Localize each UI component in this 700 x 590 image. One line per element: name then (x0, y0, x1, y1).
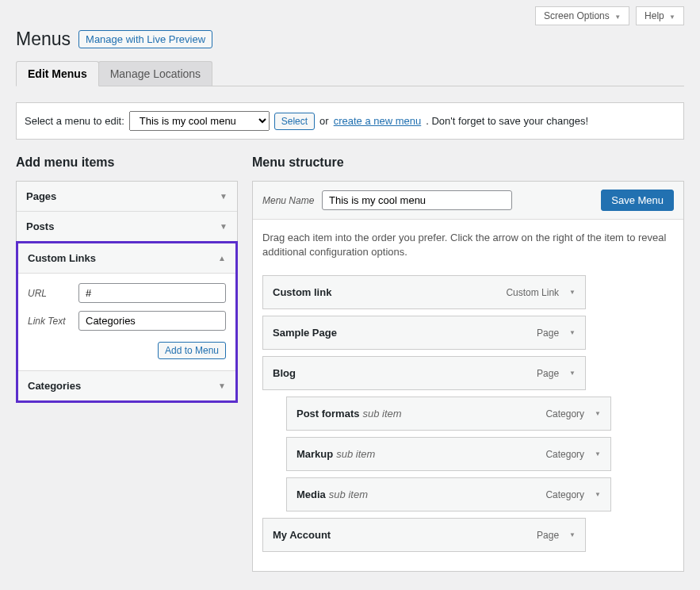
custom-links-body: URL Link Text Add to Menu (18, 274, 235, 370)
chevron-down-icon: ▼ (220, 192, 228, 201)
sub-item-tag: sub item (329, 488, 368, 500)
chevron-down-icon[interactable]: ▼ (569, 329, 576, 336)
chevron-down-icon: ▼ (669, 13, 675, 21)
instructions: Drag each item into the order you prefer… (253, 220, 683, 275)
menu-item-type: Custom Link (506, 287, 559, 298)
accordion-categories[interactable]: Categories ▼ (18, 370, 235, 400)
menu-item-type: Category (545, 449, 584, 460)
chevron-down-icon[interactable]: ▼ (595, 450, 601, 458)
menu-item-type: Category (545, 489, 584, 500)
screen-options-button[interactable]: Screen Options ▼ (535, 6, 629, 25)
accordion-pages[interactable]: Pages ▼ (17, 182, 237, 212)
chevron-down-icon[interactable]: ▼ (595, 491, 601, 498)
menu-item-label: Mediasub item (296, 488, 368, 500)
chevron-down-icon[interactable]: ▼ (569, 531, 576, 538)
menu-item[interactable]: Post formatssub itemCategory▼ (286, 397, 611, 431)
chevron-down-icon[interactable]: ▼ (569, 289, 576, 296)
help-button[interactable]: Help ▼ (636, 6, 684, 25)
menu-item-type: Page (537, 328, 559, 339)
link-text-input[interactable] (78, 311, 226, 331)
sub-item-tag: sub item (336, 448, 375, 460)
accordion-top: Pages ▼ Posts ▼ (16, 181, 238, 242)
create-menu-link[interactable]: create a new menu (334, 115, 422, 127)
chevron-down-icon: ▼ (218, 381, 226, 390)
chevron-down-icon: ▼ (614, 13, 621, 21)
menu-item-type: Category (545, 408, 584, 420)
accordion-custom-links[interactable]: Custom Links ▲ (18, 243, 235, 274)
menu-item-label: Markupsub item (296, 448, 375, 460)
accordion-posts[interactable]: Posts ▼ (17, 212, 237, 241)
menu-item[interactable]: Mediasub itemCategory▼ (286, 477, 611, 511)
menu-item[interactable]: My AccountPage▼ (262, 518, 586, 552)
link-text-label: Link Text (28, 316, 72, 327)
add-menu-items-column: Add menu items Pages ▼ Posts ▼ Custom Li… (16, 155, 238, 403)
menu-item[interactable]: BlogPage▼ (262, 356, 586, 390)
select-menu-label: Select a menu to edit: (25, 115, 124, 127)
tabs: Edit Menus Manage Locations (16, 61, 684, 86)
menu-item[interactable]: Markupsub itemCategory▼ (286, 437, 611, 471)
menu-item-label: Sample Page (273, 327, 337, 339)
structure-title: Menu structure (252, 155, 684, 170)
live-preview-button[interactable]: Manage with Live Preview (78, 30, 212, 48)
url-input[interactable] (78, 283, 226, 303)
page-title: Menus (16, 29, 71, 50)
chevron-down-icon[interactable]: ▼ (595, 410, 601, 417)
chevron-up-icon: ▲ (218, 254, 226, 262)
menu-name-bar: Menu Name Save Menu (253, 182, 683, 220)
menu-item-type: Page (537, 530, 559, 541)
or-text: or (319, 115, 329, 127)
chevron-down-icon: ▼ (220, 222, 228, 231)
menu-items-list: Custom linkCustom Link▼Sample PagePage▼B… (253, 275, 683, 571)
title-row: Menus Manage with Live Preview (16, 29, 684, 50)
menu-item[interactable]: Sample PagePage▼ (262, 316, 586, 350)
select-button[interactable]: Select (274, 113, 315, 130)
menu-name-input[interactable] (322, 190, 512, 210)
menu-structure-column: Menu structure Menu Name Save Menu Drag … (252, 155, 684, 572)
top-actions: Screen Options ▼ Help ▼ (16, 0, 684, 25)
tab-edit-menus[interactable]: Edit Menus (16, 61, 99, 86)
sub-item-tag: sub item (362, 408, 401, 420)
menu-item[interactable]: Custom linkCustom Link▼ (262, 275, 586, 309)
menu-item-label: My Account (273, 529, 331, 541)
custom-links-highlight: Custom Links ▲ URL Link Text Add to Menu… (16, 241, 238, 403)
menu-structure-panel: Menu Name Save Menu Drag each item into … (252, 181, 684, 572)
select-menu-bar: Select a menu to edit: This is my cool m… (16, 102, 684, 140)
menu-name-label: Menu Name (262, 195, 314, 206)
add-items-title: Add menu items (16, 155, 238, 170)
save-menu-button[interactable]: Save Menu (601, 190, 674, 211)
menu-item-label: Custom link (273, 286, 331, 298)
menu-item-label: Post formatssub item (296, 408, 402, 420)
tab-manage-locations[interactable]: Manage Locations (98, 61, 212, 86)
menu-select[interactable]: This is my cool menu (129, 111, 270, 131)
add-to-menu-button[interactable]: Add to Menu (158, 342, 226, 359)
menu-item-type: Page (537, 368, 559, 379)
chevron-down-icon[interactable]: ▼ (569, 370, 576, 377)
url-label: URL (28, 288, 72, 299)
menu-item-label: Blog (273, 367, 296, 379)
reminder-text: . Don't forget to save your changes! (426, 115, 588, 127)
